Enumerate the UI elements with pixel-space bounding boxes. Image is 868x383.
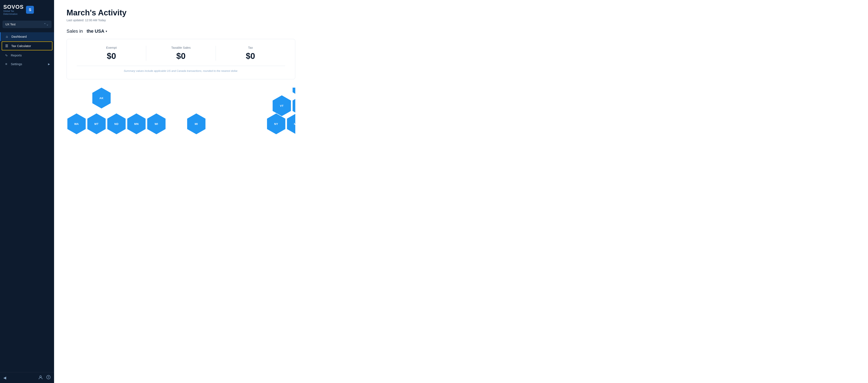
sidebar-item-reports[interactable]: ∿ Reports [0,51,54,60]
logo-text: SOVOS Global Tax Determination [3,4,24,16]
collapse-icon[interactable]: ◀ [3,376,6,380]
hex-state-wa[interactable]: WA [67,113,86,134]
hex-state-ny[interactable]: NY [267,113,285,134]
metric-taxable-sales: Taxable Sales $0 [146,46,216,61]
hex-state-nd[interactable]: ND [107,113,126,134]
hex-state-wi[interactable]: WI [147,113,165,134]
sales-region: the USA [87,29,104,34]
svg-point-0 [40,376,41,377]
footer-icons: ? [38,375,51,381]
metric-exempt-value: $0 [81,51,142,61]
page-title: March's Activity [66,8,856,17]
sidebar-item-settings[interactable]: ≡ Settings ▶ [0,60,54,68]
sidebar-item-label: Reports [11,54,22,57]
hex-gap-4 [246,113,266,134]
sidebar-item-label: Settings [11,62,22,66]
main-content: March's Activity Last updated: 12:00 AM … [54,0,868,383]
tenant-selector[interactable]: UX Test ⌃⌄ [2,21,52,28]
hex-map: AK WA MT ND MN WI MI NY MA RI VT NH [66,88,295,139]
tenant-arrows-icon: ⌃⌄ [44,23,49,26]
metric-tax-value: $0 [220,51,281,61]
logo-area: SOVOS Global Tax Determination S [0,0,54,19]
hex-state-ak[interactable]: AK [92,88,111,109]
hex-state-vt[interactable]: VT [273,95,291,116]
metric-taxable-value: $0 [150,51,211,61]
tenant-name: UX Test [5,23,16,26]
last-updated: Last updated: 12:00 AM Today [66,19,856,22]
sidebar-footer: ◀ ? [0,372,54,383]
reports-icon: ∿ [4,53,8,57]
hex-state-ma[interactable]: MA [287,113,295,134]
help-icon[interactable]: ? [46,375,51,381]
sidebar-item-dashboard[interactable]: ⌂ Dashboard [0,32,54,41]
metric-taxable-label: Taxable Sales [150,46,211,49]
metric-tax: Tax $0 [216,46,285,61]
profile-icon[interactable] [38,375,43,381]
sidebar-item-label: Dashboard [11,35,27,38]
summary-metrics: Exempt $0 Taxable Sales $0 Tax $0 [77,46,285,61]
sales-prefix: Sales in [66,29,83,34]
settings-icon: ≡ [4,62,8,66]
metric-exempt: Exempt $0 [77,46,146,61]
hex-state-nh[interactable]: NH [292,95,295,116]
logo-subtitle: Global Tax Determination [3,9,24,16]
hex-state-mt[interactable]: MT [87,113,106,134]
summary-note: Summary values include applicable US and… [77,66,285,72]
region-dropdown-button[interactable]: ▾ [106,30,107,33]
sidebar-item-tax-calculator[interactable]: ☰ Tax Calculator [2,41,53,50]
nav-list: ⌂ Dashboard ☰ Tax Calculator ∿ Reports ≡… [0,31,54,372]
svg-text:?: ? [48,376,49,379]
chevron-right-icon: ▶ [48,63,50,65]
hex-state-mi[interactable]: MI [187,113,206,134]
hex-state-mn[interactable]: MN [127,113,146,134]
calculator-icon: ☰ [5,44,9,48]
logo-sovos: SOVOS [3,4,24,9]
home-icon: ⌂ [5,35,9,38]
sidebar-item-label: Tax Calculator [11,44,31,48]
hex-row-bottom: WA MT ND MN WI MI NY MA RI [66,113,295,134]
metric-tax-label: Tax [220,46,281,49]
hex-gap-3 [226,113,246,134]
summary-card: Exempt $0 Taxable Sales $0 Tax $0 Summar… [66,39,295,79]
hex-state-me[interactable]: ME [292,88,295,97]
sales-region-header: Sales in the USA ▾ [66,29,856,34]
hex-gap-2 [206,113,226,134]
logo-icon: S [26,6,34,14]
sidebar: SOVOS Global Tax Determination S UX Test… [0,0,54,383]
metric-exempt-label: Exempt [81,46,142,49]
hex-gap-1 [166,113,186,134]
hex-row-ak: AK [92,88,112,109]
